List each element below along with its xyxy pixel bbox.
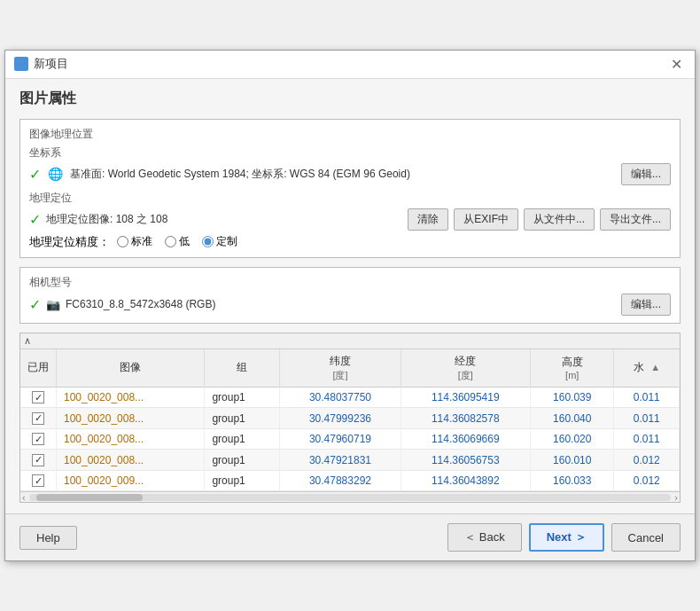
precision-custom[interactable]: 定制 [202, 234, 237, 249]
row-group: group1 [205, 470, 280, 491]
geo-clear-button[interactable]: 清除 [408, 208, 448, 231]
table-header-row: 已用 图像 组 纬度 [度] 经度 [度] [20, 349, 680, 388]
row-checkbox-cell[interactable] [20, 387, 57, 408]
table-row: 100_0020_008... group1 30.47921831 114.3… [20, 450, 680, 471]
row-checkbox-cell[interactable] [20, 408, 57, 429]
camera-check-icon: ✓ [29, 296, 41, 313]
title-bar: 新项目 ✕ [5, 51, 695, 79]
row-alt: 160.040 [531, 408, 614, 429]
row-alt: 160.039 [531, 387, 614, 408]
row-checkbox-cell[interactable] [20, 428, 57, 450]
geo-export-button[interactable]: 导出文件... [600, 208, 671, 231]
row-image: 100_0020_009... [57, 470, 205, 491]
next-button[interactable]: Next ＞ [529, 523, 604, 552]
globe-icon: 🌐 [48, 167, 63, 181]
precision-standard[interactable]: 标准 [117, 234, 152, 249]
col-alt: 高度 [m] [531, 349, 614, 388]
table-row: 100_0020_008... group1 30.48037750 114.3… [20, 387, 680, 408]
window-title: 新项目 [34, 56, 68, 72]
row-checkbox-cell[interactable] [20, 450, 57, 471]
close-button[interactable]: ✕ [667, 56, 686, 73]
row-lat: 30.47883292 [280, 470, 401, 491]
row-lat: 30.47921831 [280, 450, 401, 471]
crs-edit-button[interactable]: 编辑... [621, 163, 671, 185]
geo-check-icon: ✓ [29, 211, 41, 228]
row-lon: 114.36056753 [401, 450, 531, 471]
row-image: 100_0020_008... [57, 450, 205, 471]
row-checkbox[interactable] [32, 433, 44, 445]
row-checkbox[interactable] [32, 391, 44, 403]
row-image: 100_0020_008... [57, 428, 205, 450]
camera-section-label: 相机型号 [29, 275, 671, 290]
row-lon: 114.36095419 [401, 387, 531, 408]
geo-precision-label: 地理定位精度： [29, 234, 110, 250]
geo-precision-row: 地理定位精度： 标准 低 定制 [29, 234, 671, 250]
row-alt: 160.033 [531, 470, 614, 491]
row-checkbox[interactable] [32, 412, 44, 425]
main-window: 新项目 ✕ 图片属性 图像地理位置 坐标系 ✓ 🌐 基准面: World Geo… [4, 50, 696, 562]
table-h-scrollbar[interactable]: ‹ › [20, 491, 680, 502]
row-group: group1 [205, 450, 280, 471]
row-alt: 160.020 [531, 428, 614, 450]
col-image: 图像 [57, 349, 205, 388]
row-image: 100_0020_008... [57, 387, 205, 408]
col-used: 已用 [20, 349, 57, 388]
row-water: 0.012 [614, 450, 680, 471]
col-lat: 纬度 [度] [280, 349, 401, 388]
h-scrollbar-track[interactable] [29, 494, 672, 501]
geo-location-section: 图像地理位置 坐标系 ✓ 🌐 基准面: World Geodetic Syste… [19, 119, 681, 258]
geo-images-text: 地理定位图像: 108 之 108 [46, 212, 402, 227]
camera-name-text: FC6310_8.8_5472x3648 (RGB) [66, 298, 616, 310]
geo-exif-button[interactable]: 从EXIF中 [454, 208, 518, 231]
camera-icon: 📷 [46, 298, 60, 311]
row-lat: 30.47960719 [280, 428, 401, 450]
table-scroll-area[interactable]: 已用 图像 组 纬度 [度] 经度 [度] [20, 349, 680, 492]
row-checkbox[interactable] [32, 474, 44, 487]
row-group: group1 [205, 387, 280, 408]
crs-check-icon: ✓ [29, 166, 41, 183]
precision-low[interactable]: 低 [165, 234, 190, 249]
row-lat: 30.48037750 [280, 387, 401, 408]
row-alt: 160.010 [531, 450, 614, 471]
table-row: 100_0020_008... group1 30.47960719 114.3… [20, 428, 680, 450]
table-collapse-toggle[interactable]: ∧ [20, 333, 35, 349]
image-table-container: ∧ 已用 图像 组 纬度 [度] 经 [19, 333, 681, 504]
precision-radio-group: 标准 低 定制 [117, 234, 237, 249]
table-row: 100_0020_009... group1 30.47883292 114.3… [20, 470, 680, 491]
crs-text: 基准面: World Geodetic System 1984; 坐标系: WG… [70, 167, 614, 182]
geo-label: 地理定位 [29, 191, 671, 206]
row-water: 0.012 [614, 470, 680, 491]
content-area: 图片属性 图像地理位置 坐标系 ✓ 🌐 基准面: World Geodetic … [5, 79, 695, 514]
camera-edit-button[interactable]: 编辑... [621, 294, 671, 316]
footer: Help ＜ Back Next ＞ Cancel [5, 513, 695, 560]
row-group: group1 [205, 428, 280, 450]
row-checkbox-cell[interactable] [20, 470, 57, 491]
images-table: 已用 图像 组 纬度 [度] 经度 [度] [20, 349, 680, 492]
crs-label: 坐标系 [29, 145, 671, 161]
back-button[interactable]: ＜ Back [447, 523, 522, 552]
title-bar-left: 新项目 [14, 56, 68, 72]
page-title: 图片属性 [19, 90, 681, 108]
row-water: 0.011 [614, 408, 680, 429]
cancel-button[interactable]: Cancel [611, 523, 681, 552]
geo-file-button[interactable]: 从文件中... [524, 208, 595, 231]
col-group: 组 [205, 349, 280, 388]
geo-row: ✓ 地理定位图像: 108 之 108 清除 从EXIF中 从文件中... 导出… [29, 208, 671, 231]
row-lon: 114.36082578 [401, 408, 531, 429]
table-body: 100_0020_008... group1 30.48037750 114.3… [20, 387, 680, 491]
row-water: 0.011 [614, 387, 680, 408]
row-checkbox[interactable] [32, 454, 44, 466]
camera-row: ✓ 📷 FC6310_8.8_5472x3648 (RGB) 编辑... [29, 294, 671, 316]
app-icon [14, 57, 28, 71]
row-group: group1 [205, 408, 280, 429]
table-row: 100_0020_008... group1 30.47999236 114.3… [20, 408, 680, 429]
row-image: 100_0020_008... [57, 408, 205, 429]
precision-low-label: 低 [179, 234, 190, 249]
col-water: 水 ▲ [614, 349, 680, 388]
h-scrollbar-thumb[interactable] [36, 494, 143, 501]
col-lon: 经度 [度] [401, 349, 531, 388]
precision-custom-label: 定制 [216, 234, 237, 249]
camera-section: 相机型号 ✓ 📷 FC6310_8.8_5472x3648 (RGB) 编辑..… [19, 267, 681, 324]
row-lon: 114.36069669 [401, 428, 531, 450]
help-button[interactable]: Help [19, 526, 77, 550]
